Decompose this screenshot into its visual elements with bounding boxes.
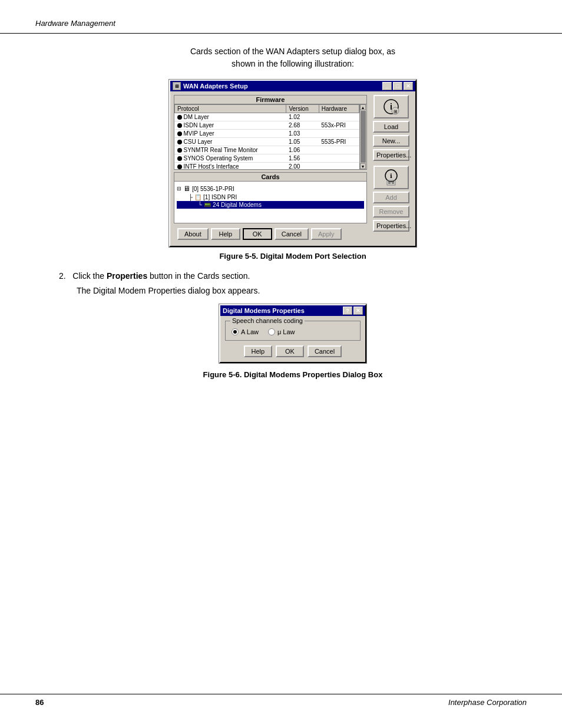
cards-section: Cards ⊟ 🖥 [0] 5536-1P-PRI ├ 📋 (174, 172, 367, 223)
cards-header: Cards (174, 173, 366, 182)
table-row: SYNOS Operating System 1.56 (175, 154, 359, 163)
table-row: MVIP Layer 1.03 (175, 130, 359, 138)
dmp-help-button[interactable]: Help (244, 345, 272, 357)
intro-text: Cards section of the WAN Adapters setup … (59, 45, 527, 70)
firmware-header: Firmware (174, 95, 366, 104)
step-2-container: 2. Click the Properties button in the Ca… (59, 270, 527, 297)
wan-maximize-btn[interactable]: □ (393, 82, 402, 90)
protocol-cell: SYNOS Operating System (175, 154, 286, 163)
dmp-titlebar: Digital Modems Properties ? ✕ (220, 305, 365, 316)
dmp-cancel-button[interactable]: Cancel (308, 345, 342, 357)
dmp-help-icon-btn[interactable]: ? (343, 307, 352, 315)
dmp-ok-button[interactable]: OK (276, 345, 304, 357)
header-title: Hardware Management (35, 19, 115, 28)
step-text-before: Click the (72, 271, 107, 281)
protocol-cell: CSU Layer (175, 138, 286, 146)
modem-icon: 📟 (204, 202, 211, 208)
page-footer: 86 Interphase Corporation (0, 694, 562, 710)
dmp-radios: A Law μ Law (232, 325, 354, 335)
wan-body: Firmware Protocol Version Hardware (170, 91, 415, 246)
step-2-text: 2. Click the Properties button in the Ca… (59, 270, 527, 282)
ulaw-radio[interactable]: μ Law (268, 328, 295, 335)
ok-button[interactable]: OK (243, 228, 272, 240)
hardware-cell (319, 154, 359, 163)
wan-close-btn[interactable]: ✕ (404, 82, 413, 90)
wan-right-panel: i ⊞ Load New... Properties... ℹ (371, 95, 412, 242)
svg-rect-7 (388, 182, 391, 184)
remove-button[interactable]: Remove (373, 206, 409, 218)
tree-connector-icon: └ (198, 202, 202, 208)
protocol-cell: MVIP Layer (175, 130, 286, 138)
alaw-radio-circle[interactable] (232, 328, 239, 335)
footer-company-name: Interphase Corporation (448, 698, 527, 707)
protocol-cell: ISDN Layer (175, 121, 286, 130)
wan-titlebar: ⊞ WAN Adapters Setup _ □ ✕ (170, 81, 415, 91)
tree-item-isdn: ├ 📋 [1] ISDN PRI (177, 193, 364, 201)
svg-rect-8 (392, 182, 394, 184)
firmware-scroll-up[interactable]: ▲ (360, 104, 366, 110)
tree-connector-icon: ├ (189, 194, 193, 200)
cancel-button[interactable]: Cancel (275, 228, 309, 240)
step-bold-text: Properties (107, 271, 147, 281)
dmp-close-btn[interactable]: ✕ (353, 307, 363, 315)
ulaw-radio-circle[interactable] (268, 328, 275, 335)
hardware-cell: 553x-PRI (319, 121, 359, 130)
col-protocol: Protocol (175, 105, 286, 113)
dmp-dialog: Digital Modems Properties ? ✕ Speech cha… (219, 304, 366, 363)
new-button[interactable]: New... (373, 135, 409, 147)
wan-title-area: ⊞ WAN Adapters Setup (173, 82, 248, 90)
about-button[interactable]: About (177, 228, 209, 240)
alaw-radio[interactable]: A Law (232, 328, 259, 335)
wan-title-text: WAN Adapters Setup (183, 83, 248, 90)
wan-title-icon: ⊞ (173, 82, 181, 90)
apply-button[interactable]: Apply (311, 228, 342, 240)
page-container: Hardware Management Cards section of the… (0, 0, 562, 728)
intro-line2: shown in the following illustration: (232, 59, 354, 68)
hardware-cell: 5535-PRI (319, 138, 359, 146)
svg-text:⊞: ⊞ (394, 109, 398, 114)
dmp-title-buttons: ? ✕ (343, 307, 363, 315)
hardware-cell (319, 163, 359, 170)
version-cell: 1.05 (286, 138, 319, 146)
version-cell: 1.02 (286, 113, 319, 121)
table-row: SYNMTR Real Time Monitor 1.06 (175, 146, 359, 154)
figure-5-5-caption: Figure 5-5. Digital Modem Port Selection (59, 252, 527, 261)
version-cell: 1.06 (286, 146, 319, 154)
properties-top-button[interactable]: Properties... (373, 149, 409, 161)
intro-line1: Cards section of the WAN Adapters setup … (190, 47, 395, 56)
table-row: ISDN Layer 2.68 553x-PRI (175, 121, 359, 130)
alaw-label: A Law (241, 328, 259, 335)
add-button[interactable]: Add (373, 192, 409, 203)
version-cell: 1.56 (286, 154, 319, 163)
footer-page-number: 86 (35, 698, 44, 707)
protocol-cell: SYNMTR Real Time Monitor (175, 146, 286, 154)
cards-tree: ⊟ 🖥 [0] 5536-1P-PRI ├ 📋 [1] ISDN PRI (174, 182, 366, 223)
hardware-cell (319, 130, 359, 138)
wan-info-icon-btn[interactable]: i ⊞ (373, 95, 409, 118)
wan-adapter-icon-btn[interactable]: ℹ (373, 166, 409, 189)
version-cell: 2.00 (286, 163, 319, 170)
tree-label: 24 Digital Modems (213, 202, 262, 208)
figure-5-6-caption: Figure 5-6. Digital Modems Properties Di… (59, 370, 527, 379)
firmware-scroll-down[interactable]: ▼ (360, 163, 366, 169)
firmware-section: Firmware Protocol Version Hardware (174, 95, 367, 170)
properties-bottom-button[interactable]: Properties... (373, 220, 409, 232)
wan-minimize-btn[interactable]: _ (382, 82, 392, 90)
step-number: 2. (59, 271, 66, 281)
table-row: DM Layer 1.02 (175, 113, 359, 121)
svg-text:ℹ: ℹ (390, 173, 392, 179)
col-version: Version (286, 105, 319, 113)
table-row: INTF Host's Interface 2.00 (175, 163, 359, 170)
help-button[interactable]: Help (211, 228, 240, 240)
wan-title-buttons: _ □ ✕ (382, 82, 413, 90)
protocol-cell: DM Layer (175, 113, 286, 121)
tree-label: [0] 5536-1P-PRI (192, 186, 234, 192)
step-text-after: button in the Cards section. (147, 271, 250, 281)
version-cell: 1.03 (286, 130, 319, 138)
dmp-bottom-buttons: Help OK Cancel (225, 345, 361, 357)
tree-item-modems[interactable]: └ 📟 24 Digital Modems (177, 201, 364, 209)
wan-dialog: ⊞ WAN Adapters Setup _ □ ✕ Firmware (169, 80, 416, 247)
load-button[interactable]: Load (373, 121, 409, 133)
sub-card-icon: 📋 (194, 194, 201, 200)
speech-channels-group: Speech channels coding A Law μ Law (225, 321, 361, 341)
